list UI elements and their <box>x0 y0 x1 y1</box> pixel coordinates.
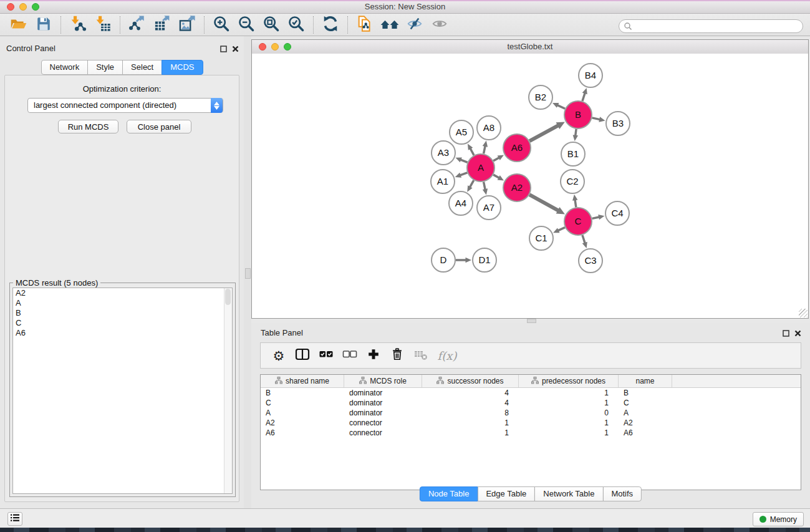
table-row[interactable]: Bdominator41B <box>261 388 801 398</box>
table-row[interactable]: A2connector11A2 <box>261 418 801 428</box>
save-floppy-icon <box>36 16 52 34</box>
edge-C-C3[interactable] <box>582 235 585 244</box>
edge-B-B4[interactable] <box>582 92 585 101</box>
zoom-fit-button[interactable] <box>259 15 284 35</box>
tab-network-table[interactable]: Network Table <box>534 486 603 501</box>
column-header-predecessor-nodes[interactable]: predecessor nodes <box>519 375 619 387</box>
network-window-titlebar[interactable]: testGlobe.txt <box>252 40 808 54</box>
close-panel-button[interactable]: Close panel <box>127 120 191 133</box>
close-window-button[interactable] <box>7 3 14 11</box>
edge-A6-B[interactable] <box>529 125 559 141</box>
import-table-button[interactable] <box>90 15 115 35</box>
edge-A-A5[interactable] <box>470 148 474 155</box>
scrollbar[interactable] <box>224 288 232 493</box>
column-header-name[interactable]: name <box>619 375 672 387</box>
column-header-shared-name[interactable]: shared name <box>261 375 344 387</box>
zoom-out-button[interactable] <box>234 15 259 35</box>
run-mcds-button[interactable]: Run MCDS <box>58 120 118 133</box>
zoom-selected-button[interactable] <box>284 15 309 35</box>
edge-A-A4[interactable] <box>470 180 474 188</box>
export-network-button[interactable] <box>125 15 150 35</box>
export-image-button[interactable] <box>175 15 200 35</box>
node-table[interactable]: shared nameMCDS rolesuccessor nodesprede… <box>260 374 801 490</box>
application-window: Session: New Session <box>0 0 810 532</box>
criterion-dropdown[interactable]: largest connected component (directed) <box>27 98 223 113</box>
add-row-button[interactable] <box>362 345 385 366</box>
table-row[interactable]: A6connector11A6 <box>261 428 801 438</box>
tab-style[interactable]: Style <box>87 60 123 75</box>
network-from-selection-button[interactable] <box>352 15 377 35</box>
edge-B-B3[interactable] <box>592 118 600 120</box>
tab-mcds[interactable]: MCDS <box>162 60 203 75</box>
minimize-network-window-button[interactable] <box>271 43 279 51</box>
zoom-network-window-button[interactable] <box>284 43 291 51</box>
node-label-A2: A2 <box>511 182 523 193</box>
status-bar: Memory <box>0 508 810 528</box>
apply-layout-button[interactable] <box>318 15 343 35</box>
arrowhead-icon <box>582 242 587 248</box>
column-header-successor-nodes[interactable]: successor nodes <box>422 375 519 387</box>
deselect-all-button[interactable] <box>338 345 362 366</box>
tab-network[interactable]: Network <box>41 60 88 75</box>
tab-motifs[interactable]: Motifs <box>602 486 642 501</box>
minimize-window-button[interactable] <box>19 3 27 11</box>
tab-select[interactable]: Select <box>122 60 162 75</box>
edge-C-C1[interactable] <box>557 228 565 231</box>
column-browser-button[interactable] <box>291 345 314 366</box>
open-session-button[interactable] <box>6 15 31 35</box>
resize-grip-icon[interactable] <box>799 309 808 317</box>
zoom-window-button[interactable] <box>32 3 39 11</box>
list-item[interactable]: C <box>13 318 232 328</box>
edge-A-A1[interactable] <box>460 173 468 176</box>
tab-edge-table[interactable]: Edge Table <box>477 486 535 501</box>
mcds-result-list[interactable]: A2ABCA6 <box>12 288 233 494</box>
arrowhead-icon <box>455 173 461 178</box>
edge-A2-C[interactable] <box>529 195 559 211</box>
list-item[interactable]: A2 <box>13 288 232 298</box>
select-all-button[interactable] <box>314 345 338 366</box>
table-settings-button[interactable]: ⚙ <box>267 345 291 366</box>
zoom-in-button[interactable] <box>209 15 234 35</box>
split-divider-vertical[interactable] <box>244 36 251 508</box>
column-header-MCDS-role[interactable]: MCDS role <box>344 375 422 387</box>
table-cell: B <box>619 389 672 397</box>
delete-table-button[interactable] <box>409 345 433 366</box>
float-panel-icon[interactable] <box>220 44 227 55</box>
list-item[interactable]: A <box>13 298 232 308</box>
clone-network-icon <box>356 15 374 35</box>
close-network-window-button[interactable] <box>259 43 266 51</box>
close-panel-icon[interactable] <box>232 44 239 55</box>
mcds-tab-panel: Optimization criterion: largest connecte… <box>4 75 239 502</box>
table-cell: B <box>261 389 344 397</box>
memory-button[interactable]: Memory <box>753 512 804 526</box>
hide-selected-button[interactable] <box>402 15 427 35</box>
network-canvas[interactable]: A5A8B2B4BB3A3A6B1AA1A2C2A4A7CC4C1C3DD1 <box>252 54 808 318</box>
task-history-button[interactable] <box>7 512 22 526</box>
eye-icon <box>431 16 448 34</box>
edge-B-B2[interactable] <box>557 105 565 109</box>
show-all-button[interactable] <box>427 15 452 35</box>
tab-node-table[interactable]: Node Table <box>420 486 478 501</box>
search-input[interactable] <box>619 19 803 33</box>
list-item[interactable]: B <box>13 308 232 318</box>
export-table-button[interactable] <box>150 15 175 35</box>
arrowhead-icon <box>573 135 578 141</box>
float-panel-icon[interactable] <box>783 328 789 339</box>
node-label-A6: A6 <box>511 142 523 153</box>
first-neighbors-button[interactable] <box>377 15 402 35</box>
table-row[interactable]: Adominator80A <box>261 408 801 418</box>
table-row[interactable]: Cdominator41C <box>261 398 801 408</box>
edge-A-A8[interactable] <box>484 145 486 154</box>
import-network-button[interactable] <box>65 15 90 35</box>
close-panel-icon[interactable] <box>794 328 801 339</box>
apply-function-button[interactable]: f(x) <box>433 345 461 366</box>
divider-handle[interactable] <box>245 268 251 279</box>
save-session-button[interactable] <box>31 15 56 35</box>
list-item[interactable]: A6 <box>13 328 232 338</box>
trash-icon <box>390 347 404 364</box>
memory-label: Memory <box>770 515 797 524</box>
divider-handle[interactable] <box>527 319 536 323</box>
delete-row-button[interactable] <box>385 345 409 366</box>
edge-A-A7[interactable] <box>484 182 486 191</box>
main-toolbar <box>0 14 810 36</box>
